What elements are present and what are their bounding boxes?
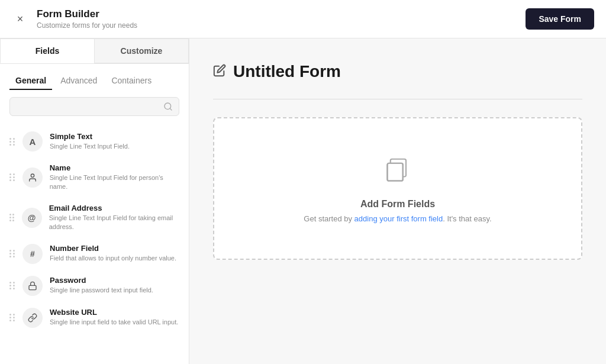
- field-desc-simple-text: Single Line Text Input Field.: [50, 142, 130, 151]
- sub-tab-containers[interactable]: Containers: [105, 72, 157, 90]
- field-desc-email: Single Line Text Input Field for taking …: [49, 214, 179, 232]
- svg-rect-5: [388, 163, 403, 181]
- field-item-website[interactable]: Website URL Single line input field to t…: [0, 302, 189, 334]
- form-title-row: Untitled Form: [213, 62, 582, 81]
- sidebar: Fields Customize General Advanced Contai…: [0, 38, 189, 364]
- field-text-name: Name Single Line Text Input Field for pe…: [50, 163, 179, 192]
- field-icon-name: [22, 167, 43, 188]
- tab-bar-top: Fields Customize: [0, 38, 189, 64]
- field-text-password: Password Single line password text input…: [50, 276, 153, 295]
- tab-fields[interactable]: Fields: [0, 38, 94, 63]
- form-title[interactable]: Untitled Form: [233, 62, 341, 81]
- field-icon-website: [22, 308, 43, 328]
- edit-icon: [213, 64, 226, 80]
- drop-zone-desc-suffix: . It's that easy.: [443, 214, 491, 223]
- svg-point-2: [31, 174, 34, 177]
- save-button[interactable]: Save Form: [526, 8, 594, 30]
- search-input[interactable]: [16, 102, 159, 111]
- field-desc-number: Field that allows to input only number v…: [50, 254, 176, 263]
- field-text-website: Website URL Single line input field to t…: [50, 308, 178, 327]
- field-text-simple-text: Simple Text Single Line Text Input Field…: [50, 132, 130, 151]
- main-canvas: Untitled Form Add Form Fields Get starte…: [189, 38, 606, 364]
- field-icon-simple-text: A: [22, 131, 43, 152]
- field-text-email: Email Address Single Line Text Input Fie…: [49, 204, 179, 232]
- drag-handle-password: [9, 282, 15, 289]
- field-text-number: Number Field Field that allows to input …: [50, 244, 176, 263]
- field-icon-password: [22, 276, 43, 296]
- field-name-password: Password: [50, 276, 153, 285]
- drop-zone-desc-prefix: Get started by: [304, 214, 354, 223]
- svg-rect-3: [29, 285, 36, 289]
- field-item-email[interactable]: @ Email Address Single Line Text Input F…: [0, 198, 189, 238]
- drag-handle-email: [9, 214, 15, 221]
- drag-handle-name: [9, 173, 15, 181]
- body: Fields Customize General Advanced Contai…: [0, 38, 606, 364]
- search-box: [9, 97, 179, 116]
- field-desc-name: Single Line Text Input Field for person'…: [50, 173, 179, 192]
- field-item-number[interactable]: # Number Field Field that allows to inpu…: [0, 238, 189, 270]
- tab-customize[interactable]: Customize: [94, 38, 189, 63]
- sub-tab-advanced[interactable]: Advanced: [54, 72, 103, 90]
- header-subtitle: Customize forms for your needs: [37, 21, 137, 30]
- drop-zone-icon: [381, 154, 414, 189]
- search-icon: [163, 102, 173, 111]
- drop-zone-desc: Get started by adding your first form fi…: [304, 214, 491, 223]
- form-divider: [213, 99, 582, 99]
- field-name-name: Name: [50, 163, 179, 172]
- header: × Form Builder Customize forms for your …: [0, 0, 606, 38]
- field-icon-number: #: [22, 244, 43, 264]
- field-name-number: Number Field: [50, 244, 176, 253]
- drag-handle-number: [9, 250, 15, 257]
- drop-zone-desc-link[interactable]: adding your first form field: [354, 214, 443, 223]
- field-item-name[interactable]: Name Single Line Text Input Field for pe…: [0, 157, 189, 198]
- drop-zone-title: Add Form Fields: [360, 199, 435, 210]
- svg-line-1: [170, 108, 172, 110]
- header-title: Form Builder: [37, 8, 137, 20]
- close-button[interactable]: ×: [12, 11, 28, 27]
- field-name-website: Website URL: [50, 308, 178, 317]
- field-list: A Simple Text Single Line Text Input Fie…: [0, 123, 189, 364]
- sub-tabs: General Advanced Containers: [0, 64, 189, 90]
- search-wrap: [0, 90, 189, 123]
- field-item-simple-text[interactable]: A Simple Text Single Line Text Input Fie…: [0, 125, 189, 157]
- header-title-block: Form Builder Customize forms for your ne…: [37, 8, 137, 30]
- drop-zone[interactable]: Add Form Fields Get started by adding yo…: [213, 117, 582, 260]
- field-name-simple-text: Simple Text: [50, 132, 130, 141]
- header-left: × Form Builder Customize forms for your …: [12, 8, 137, 30]
- field-item-password[interactable]: Password Single line password text input…: [0, 270, 189, 302]
- field-icon-email: @: [22, 208, 42, 228]
- app-window: × Form Builder Customize forms for your …: [0, 0, 606, 364]
- field-desc-website: Single line input field to take valid UR…: [50, 318, 178, 327]
- drag-handle-simple-text: [9, 138, 15, 146]
- drag-handle-website: [9, 314, 15, 321]
- sub-tab-general[interactable]: General: [9, 72, 52, 90]
- field-name-email: Email Address: [49, 204, 179, 212]
- field-desc-password: Single line password text input field.: [50, 286, 153, 295]
